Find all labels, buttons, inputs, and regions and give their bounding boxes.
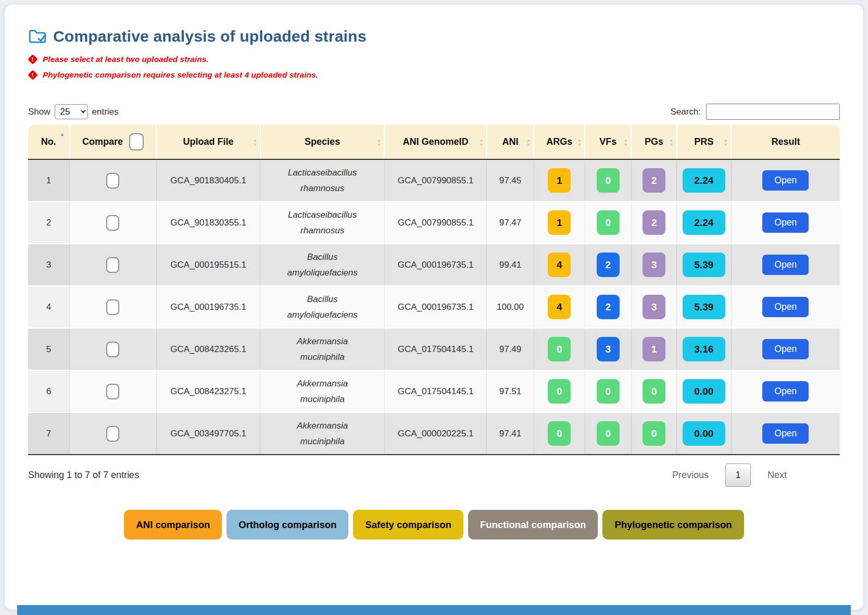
args-cell: 4 [534, 244, 585, 286]
vfs-cell: 0 [585, 370, 631, 412]
sort-icons: ▲▼ [479, 137, 484, 146]
pgs-badge: 0 [643, 379, 665, 404]
ortholog-comparison-button[interactable]: Ortholog comparison [227, 510, 348, 539]
upload-file-cell: GCA_003497705.1 [156, 412, 260, 455]
warning-text: Phylogenetic comparison requires selecti… [43, 70, 318, 80]
warning-diamond-icon: ! [28, 70, 38, 80]
functional-comparison-button[interactable]: Functional comparison [468, 510, 598, 539]
vfs-cell: 0 [585, 159, 631, 202]
page-background: Comparative analysis of uploaded strains… [0, 0, 868, 615]
species-cell: Akkermansia muciniphila [260, 370, 385, 412]
column-header-pgs[interactable]: PGs ▲▼ [631, 125, 676, 159]
args-cell: 4 [534, 286, 585, 328]
prs-badge: 2.24 [683, 210, 725, 235]
open-button[interactable]: Open [762, 170, 809, 191]
compare-cell [70, 412, 157, 455]
search-control: Search: [670, 104, 840, 120]
upload-file-cell: GCA_008423275.1 [156, 370, 260, 412]
prs-cell: 0.00 [677, 412, 731, 455]
column-header-no[interactable]: No. ▲ [28, 125, 70, 159]
vfs-cell: 2 [585, 286, 631, 328]
compare-checkbox[interactable] [106, 384, 119, 399]
result-cell: Open [731, 159, 840, 202]
open-button[interactable]: Open [762, 255, 809, 275]
prs-badge: 2.24 [683, 168, 725, 193]
compare-checkbox[interactable] [106, 215, 119, 231]
page-length-select[interactable]: 25 [55, 104, 88, 119]
main-card: Comparative analysis of uploaded strains… [4, 4, 864, 610]
prs-cell: 2.24 [677, 159, 731, 202]
next-page-button[interactable]: Next [764, 469, 790, 481]
compare-checkbox[interactable] [106, 299, 119, 315]
species-cell: Bacillus amyloliquefaciens [260, 244, 385, 286]
ani-cell: 100.00 [487, 286, 534, 328]
action-buttons: ANI comparisonOrtholog comparisonSafety … [28, 510, 840, 539]
column-header-result: Result [731, 125, 840, 159]
column-header-species[interactable]: Species ▲▼ [260, 125, 385, 159]
open-button[interactable]: Open [762, 339, 809, 359]
result-cell: Open [731, 328, 840, 370]
upload-file-cell: GCA_000195515.1 [156, 244, 260, 286]
column-header-args[interactable]: ARGs ▲▼ [534, 125, 585, 159]
table-row: 1 GCA_901830405.1 Lacticaseibacillus rha… [28, 159, 840, 202]
upload-file-cell: GCA_901830405.1 [156, 159, 260, 202]
sort-icons: ▲▼ [253, 137, 257, 146]
ani-genomeid-cell: GCA_000196735.1 [384, 286, 486, 328]
current-page-button[interactable]: 1 [725, 463, 751, 487]
column-header-vfs[interactable]: VFs ▲▼ [585, 125, 631, 159]
ani-cell: 97.41 [487, 412, 534, 455]
safety-comparison-button[interactable]: Safety comparison [353, 510, 463, 539]
phylogenetic-comparison-button[interactable]: Phylogenetic comparison [602, 510, 744, 539]
compare-checkbox[interactable] [106, 426, 119, 442]
vfs-cell: 2 [585, 244, 631, 286]
args-badge: 1 [548, 168, 571, 193]
column-header-ani[interactable]: ANI ▲▼ [487, 125, 534, 159]
species-cell: Lacticaseibacillus rhamnosus [260, 159, 385, 202]
row-number-cell: 5 [28, 328, 70, 370]
ani-comparison-button[interactable]: ANI comparison [124, 510, 222, 539]
prs-badge: 0.00 [683, 379, 725, 404]
strains-table: No. ▲ Compare Upload File ▲▼ Sp [28, 125, 840, 455]
compare-cell [70, 286, 157, 328]
vfs-badge: 2 [597, 253, 620, 277]
pgs-cell: 3 [631, 244, 676, 286]
table-controls: Show 25 entries Search: [28, 104, 840, 120]
sort-icons: ▲▼ [623, 137, 628, 146]
open-button[interactable]: Open [762, 297, 809, 317]
result-cell: Open [731, 202, 840, 244]
column-header-ani-genomeid[interactable]: ANI GenomeID ▲▼ [384, 125, 486, 159]
search-label: Search: [670, 107, 701, 117]
vfs-badge: 0 [597, 421, 620, 446]
ani-genomeid-cell: GCA_000020225.1 [384, 412, 486, 455]
column-header-upload-file[interactable]: Upload File ▲▼ [156, 125, 260, 159]
warning-row: ! Please select at least two uploaded st… [29, 55, 840, 64]
previous-page-button[interactable]: Previous [669, 469, 712, 481]
prs-cell: 5.39 [677, 244, 731, 286]
search-input[interactable] [706, 104, 840, 120]
vfs-badge: 0 [597, 379, 620, 404]
column-header-prs[interactable]: PRS ▲▼ [677, 125, 731, 159]
table-row: 2 GCA_901830355.1 Lacticaseibacillus rha… [28, 202, 840, 244]
compare-checkbox[interactable] [106, 173, 119, 189]
open-button[interactable]: Open [762, 381, 809, 401]
ani-genomeid-cell: GCA_007990855.1 [384, 202, 486, 244]
vfs-badge: 0 [597, 210, 620, 235]
compare-checkbox[interactable] [106, 257, 119, 273]
pgs-cell: 0 [631, 370, 676, 412]
prs-cell: 3.16 [677, 328, 731, 370]
open-button[interactable]: Open [762, 423, 809, 444]
args-badge: 4 [548, 295, 571, 319]
prs-cell: 2.24 [677, 202, 731, 244]
args-badge: 0 [548, 379, 571, 404]
table-row: 3 GCA_000195515.1 Bacillus amyloliquefac… [28, 244, 840, 286]
open-button[interactable]: Open [762, 212, 809, 233]
pgs-cell: 3 [631, 286, 676, 328]
ani-cell: 97.45 [487, 159, 534, 202]
row-number-cell: 6 [28, 370, 70, 412]
pgs-cell: 1 [631, 328, 676, 370]
sort-icons: ▲▼ [723, 137, 728, 146]
vfs-cell: 0 [585, 202, 631, 244]
compare-checkbox[interactable] [106, 342, 119, 357]
warning-text: Please select at least two uploaded stra… [43, 55, 209, 64]
select-all-checkbox[interactable] [129, 133, 144, 150]
